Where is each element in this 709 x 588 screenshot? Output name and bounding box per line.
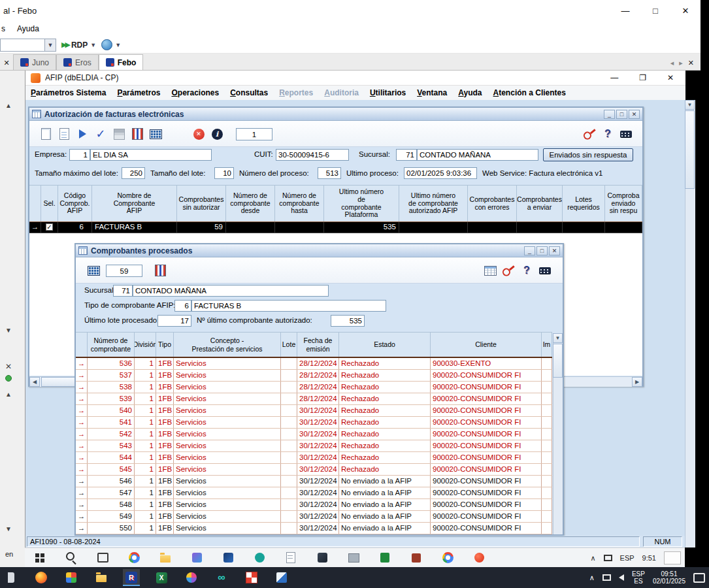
table-row[interactable]: →53711FBServicios28/12/2024Rechazado9000… (76, 370, 552, 382)
scrollbar-thumb[interactable] (553, 344, 563, 378)
cell-lote[interactable] (281, 393, 297, 404)
cell-im[interactable] (542, 382, 552, 393)
cell-division[interactable]: 1 (135, 370, 156, 381)
maximize-icon[interactable]: □ (616, 110, 627, 119)
teal-co-icon[interactable] (213, 569, 230, 586)
cell-fecha[interactable]: 30/12/2024 (297, 464, 339, 475)
table-grid-icon[interactable] (482, 262, 499, 279)
taskview-icon[interactable] (94, 549, 111, 566)
table-row[interactable]: →54911FBServicios30/12/2024No enviado a … (76, 511, 552, 523)
cell-division[interactable]: 1 (135, 358, 156, 369)
cell-division[interactable]: 1 (135, 429, 156, 440)
empresa-number-field[interactable]: 1 (69, 149, 90, 161)
cell-estado[interactable]: Rechazado (339, 417, 431, 428)
window-titlebar[interactable]: Autorización de facturas electrónicas _ … (29, 108, 642, 121)
column-header[interactable]: Código Comprob. AFIP (58, 186, 92, 221)
close-icon[interactable]: ✕ (549, 246, 560, 255)
language-indicator[interactable]: ESP ES (632, 570, 645, 585)
cell-estado[interactable]: Rechazado (339, 382, 431, 393)
cell-fecha[interactable]: 28/12/2024 (297, 393, 339, 404)
cell-numero[interactable]: 539 (88, 393, 135, 404)
cell-fecha[interactable]: 30/12/2024 (297, 511, 339, 522)
cell-estado[interactable]: Rechazado (339, 464, 431, 475)
column-header[interactable]: Número de comprobante (88, 333, 135, 357)
cell-lote[interactable] (281, 452, 297, 463)
tamano-lote-field[interactable]: 10 (214, 167, 234, 179)
cell-tipo[interactable]: 1FB (156, 417, 174, 428)
column-header[interactable]: Concepto - Prestación de servicios (174, 333, 281, 357)
language-indicator[interactable]: ESP (620, 554, 635, 562)
numero-proceso-field[interactable]: 513 (318, 167, 341, 179)
tab-juno[interactable]: Juno (13, 54, 56, 70)
chevron-up-icon[interactable]: ∧ (591, 554, 596, 563)
menu-atencion-clientes[interactable]: Atención a Clientes (493, 88, 566, 97)
cell-fecha[interactable]: 30/12/2024 (297, 487, 339, 498)
cell-estado[interactable]: No enviado a la AFIP (339, 499, 431, 510)
cell-division[interactable]: 1 (135, 487, 156, 498)
menu-fragment[interactable]: s (1, 24, 5, 33)
cell-concepto[interactable]: Servicios (174, 370, 281, 381)
close-icon[interactable]: ✕ (629, 110, 640, 119)
stop-icon[interactable] (190, 125, 207, 142)
sucursal-name-field[interactable]: CONTADO MAÑANA (133, 285, 329, 297)
cell-estado[interactable]: Rechazado (339, 370, 431, 381)
close-icon[interactable]: ✕ (670, 0, 701, 21)
document-icon[interactable] (282, 549, 299, 566)
cell-im[interactable] (542, 405, 552, 416)
cell-numero[interactable]: 543 (88, 440, 135, 451)
cell-numero[interactable]: 541 (88, 417, 135, 428)
column-header[interactable]: Estado (339, 333, 431, 357)
blue-slant-icon[interactable] (273, 569, 290, 586)
cell-division[interactable]: 1 (135, 511, 156, 522)
cell-estado[interactable]: Rechazado (339, 452, 431, 463)
firefox-icon[interactable] (33, 569, 50, 586)
cell-cliente[interactable]: 900020-CONSUMIDOR FI (431, 499, 542, 510)
column-header[interactable]: División (135, 333, 156, 357)
cell-errores[interactable] (468, 222, 517, 233)
vertical-scrollbar[interactable]: ▲ ▼ (685, 100, 695, 547)
cell-numero[interactable]: 548 (88, 499, 135, 510)
cell-division[interactable]: 1 (135, 499, 156, 510)
menu-ayuda[interactable]: Ayuda (17, 24, 39, 33)
table-row[interactable]: →54011FBServicios30/12/2024Rechazado9000… (76, 405, 552, 417)
ledger-icon[interactable] (129, 125, 146, 142)
network-icon[interactable] (602, 574, 611, 581)
column-header[interactable]: Comproba enviado sin respu (605, 186, 642, 221)
column-header[interactable]: Nombre de Comprobante AFIP (92, 186, 177, 221)
clock[interactable]: 9:51 (642, 554, 656, 562)
red-grid-icon[interactable] (243, 569, 260, 586)
cell-im[interactable] (542, 464, 552, 475)
cell-cliente[interactable]: 900020-CONSUMIDOR FI (431, 464, 542, 475)
cell-lotes[interactable] (563, 222, 605, 233)
cell-concepto[interactable]: Servicios (174, 511, 281, 522)
clock[interactable]: 09:51 02/01/2025 (653, 570, 685, 585)
table-row[interactable]: →54611FBServicios30/12/2024No enviado a … (76, 476, 552, 487)
minimize-icon[interactable]: — (610, 73, 618, 82)
cell-numero[interactable]: 547 (88, 487, 135, 498)
cell-im[interactable] (542, 499, 552, 510)
minimize-icon[interactable]: _ (604, 110, 615, 119)
cell-cliente[interactable]: 900020-CONSUMIDOR FI (431, 511, 542, 522)
cell-numero[interactable]: 546 (88, 476, 135, 487)
cell-autorizado[interactable] (399, 222, 468, 233)
cell-estado[interactable]: No enviado a la AFIP (339, 523, 431, 534)
factura-app-icon[interactable] (123, 569, 140, 586)
cell-fecha[interactable]: 30/12/2024 (297, 476, 339, 487)
cell-concepto[interactable]: Servicios (174, 499, 281, 510)
run-icon[interactable] (74, 125, 91, 142)
pen-dark-icon[interactable] (314, 549, 331, 566)
tab-febo[interactable]: Febo (99, 54, 144, 70)
cell-cliente[interactable]: 900020-CONSUMIDOR FI (431, 405, 542, 416)
column-header[interactable]: Sel. (41, 186, 58, 221)
cell-tipo[interactable]: 1FB (156, 429, 174, 440)
column-header[interactable]: Lote (281, 333, 297, 357)
cell-lote[interactable] (281, 499, 297, 510)
cell-fecha[interactable]: 28/12/2024 (297, 358, 339, 369)
maximize-icon[interactable]: □ (640, 0, 670, 21)
sucursal-name-field[interactable]: CONTADO MAÑANA (417, 149, 538, 161)
table-row[interactable]: →53911FBServicios28/12/2024Rechazado9000… (76, 393, 552, 405)
table-row[interactable]: → ✓ 6 FACTURAS B 59 535 (29, 222, 642, 233)
notification-icon[interactable] (693, 573, 705, 583)
cell-lote[interactable] (281, 440, 297, 451)
cell-lote[interactable] (281, 358, 297, 369)
